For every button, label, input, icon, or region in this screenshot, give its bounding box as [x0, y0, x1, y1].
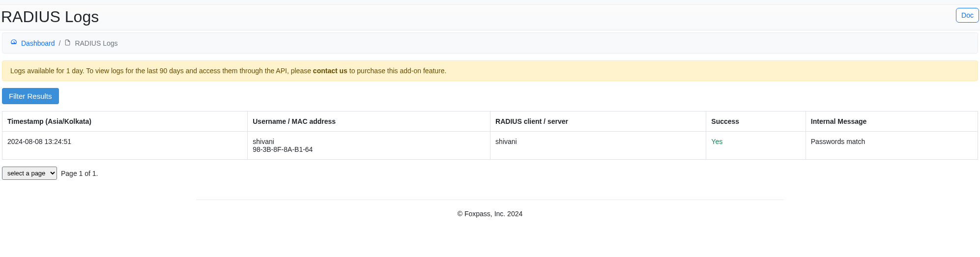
col-success: Success [706, 112, 806, 132]
logs-table: Timestamp (Asia/Kolkata) Username / MAC … [2, 111, 978, 160]
cell-timestamp: 2024-08-08 13:24:51 [2, 132, 248, 160]
cell-message: Passwords match [806, 132, 978, 160]
alert-text-prefix: Logs available for 1 day. To view logs f… [10, 67, 313, 75]
page-select[interactable]: select a page [2, 167, 57, 180]
documentation-button[interactable]: Doc [956, 8, 979, 23]
table-row: 2024-08-08 13:24:51 shivani 98-3B-8F-8A-… [2, 132, 978, 160]
cell-username: shivani 98-3B-8F-8A-B1-64 [248, 132, 490, 160]
breadcrumb-dashboard-link[interactable]: Dashboard [21, 39, 55, 47]
username-value: shivani [253, 138, 485, 145]
alert-text-suffix: to purchase this add-on feature. [347, 67, 447, 75]
cell-success: Yes [706, 132, 806, 160]
col-message: Internal Message [806, 112, 978, 132]
breadcrumb: Dashboard / RADIUS Logs [2, 32, 978, 54]
mac-value: 98-3B-8F-8A-B1-64 [253, 145, 485, 153]
pagination: select a page Page 1 of 1. [2, 167, 980, 180]
page-label: Page 1 of 1. [61, 170, 98, 177]
success-value: Yes [711, 138, 722, 145]
col-timestamp: Timestamp (Asia/Kolkata) [2, 112, 248, 132]
info-alert: Logs available for 1 day. To view logs f… [2, 60, 978, 81]
footer-copyright: © Foxpass, Inc. 2024 [0, 200, 980, 228]
document-icon [64, 39, 71, 47]
page-title: RADIUS Logs [0, 8, 99, 26]
dashboard-icon [10, 39, 17, 47]
breadcrumb-current: RADIUS Logs [75, 39, 117, 47]
col-client: RADIUS client / server [490, 112, 706, 132]
filter-results-button[interactable]: Filter Results [2, 88, 59, 104]
contact-us-link[interactable]: contact us [313, 67, 347, 75]
breadcrumb-separator: / [59, 39, 61, 47]
col-username: Username / MAC address [248, 112, 490, 132]
cell-client: shivani [490, 132, 706, 160]
